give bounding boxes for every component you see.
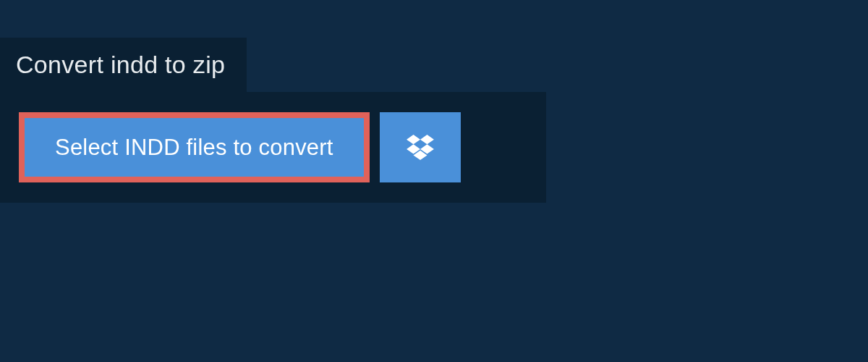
upload-panel: Select INDD files to convert [0,92,546,203]
svg-marker-1 [420,135,434,144]
select-files-button[interactable]: Select INDD files to convert [19,112,370,182]
button-row: Select INDD files to convert [19,112,527,182]
dropbox-button[interactable] [380,112,461,182]
select-files-label: Select INDD files to convert [55,134,333,161]
page-title: Convert indd to zip [16,51,225,79]
svg-marker-0 [407,135,420,144]
title-tab: Convert indd to zip [0,38,247,92]
dropbox-icon [407,135,434,161]
